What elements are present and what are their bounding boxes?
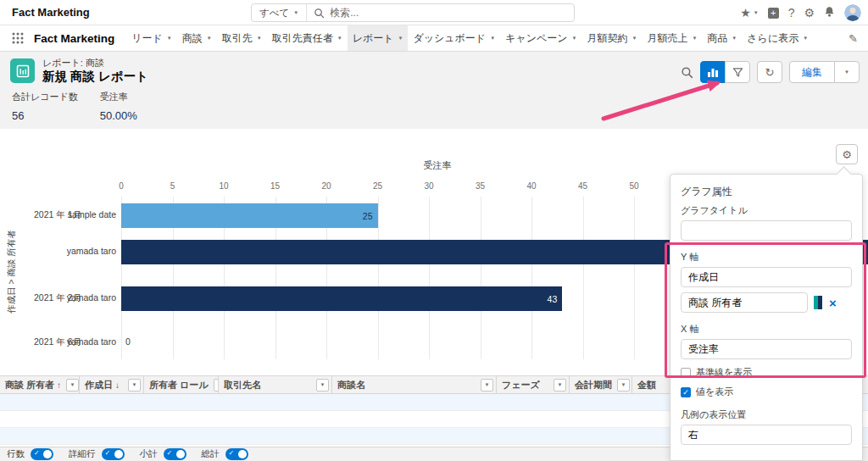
nav-tab[interactable]: 商品▼ (702, 25, 742, 51)
help-icon[interactable]: ? (788, 7, 795, 19)
nav-tab[interactable]: ダッシュボード▼ (408, 25, 500, 51)
toggle-knob (176, 450, 185, 458)
x-axis-tick-label: 15 (263, 181, 288, 191)
edit-button[interactable]: 編集 (789, 61, 835, 83)
chart-y-axis-label: 作成日 > 商談 所有者 (6, 208, 17, 336)
chevron-down-icon: ▼ (398, 36, 403, 41)
toggle-label: 行数 (7, 448, 25, 460)
report-type-icon (10, 58, 35, 83)
chart-title-field-label: グラフタイトル (681, 204, 852, 217)
report-search-icon[interactable] (681, 66, 693, 79)
chevron-down-icon: ▼ (844, 69, 849, 75)
toggle-switch[interactable]: ✓ (31, 448, 53, 460)
tab-label: 取引先責任者 (272, 31, 333, 46)
column-menu-button[interactable]: ▼ (66, 379, 79, 392)
toggle-switch[interactable]: ✓ (102, 448, 125, 460)
nav-tab[interactable]: レポート▼ (348, 25, 409, 51)
reference-line-checkbox[interactable] (681, 368, 691, 378)
favorites-button[interactable]: ★ ▼ (740, 7, 759, 19)
column-header[interactable]: 会計期間▼ (570, 376, 632, 393)
column-header[interactable]: 所有者 ロール▼ (144, 376, 219, 393)
legend-position-input[interactable] (681, 425, 852, 445)
tab-label: キャンペーン (505, 31, 567, 46)
tab-label: さらに表示 (747, 31, 798, 46)
app-launcher-icon[interactable] (12, 32, 24, 44)
funnel-icon (732, 67, 743, 78)
search-input[interactable] (328, 6, 574, 19)
tab-label: 取引先 (222, 31, 253, 46)
nav-tab[interactable]: 商談▼ (177, 25, 217, 51)
nav-tab[interactable]: リード▼ (126, 25, 177, 51)
bar-owner-label: sample date (0, 209, 116, 219)
column-menu-button[interactable]: ▼ (316, 379, 329, 392)
column-label: フェーズ (502, 379, 540, 392)
remove-grouping-icon[interactable]: × (829, 297, 837, 309)
tab-label: ダッシュボード (413, 31, 486, 46)
show-values-checkbox[interactable]: ✓ (681, 387, 691, 397)
series-color-swatch[interactable] (814, 296, 822, 309)
nav-tab[interactable]: 月額契約▼ (581, 25, 642, 51)
nav-tab[interactable]: 月額売上▼ (642, 25, 702, 51)
chart-properties-gear-button[interactable]: ⚙ (836, 144, 858, 164)
x-axis-tick-label: 50 (621, 181, 647, 191)
chevron-down-icon: ▼ (632, 36, 637, 41)
metric-win-rate: 受注率 50.00% (100, 91, 137, 122)
column-menu-button[interactable]: ▼ (481, 379, 493, 392)
show-values-option: ✓ 値を表示 (681, 386, 852, 398)
check-icon: ✓ (682, 388, 689, 397)
x-axis-tick-label: 0 (108, 181, 134, 191)
tab-label: リード (131, 31, 163, 46)
chevron-down-icon: ▼ (490, 36, 495, 41)
column-header[interactable]: 商談名▼ (332, 376, 497, 393)
nav-tab[interactable]: キャンペーン▼ (500, 25, 581, 51)
chart-bars-icon (707, 67, 719, 78)
edit-dropdown-button[interactable]: ▼ (834, 61, 860, 83)
tab-label: 月額契約 (587, 31, 627, 46)
x-axis-section-label: X 軸 (681, 323, 852, 336)
nav-tab[interactable]: さらに表示▼ (742, 25, 813, 51)
column-menu-button[interactable]: ▼ (554, 379, 566, 392)
chevron-down-icon: ▼ (754, 10, 759, 15)
chart-toggle-button[interactable] (700, 61, 726, 83)
column-label: 商談名 (337, 379, 365, 392)
bar-owner-label: yamada taro (0, 292, 116, 303)
chart-gridline (531, 197, 532, 359)
star-icon: ★ (740, 7, 751, 19)
edit-nav-pencil-icon[interactable]: ✎ (849, 32, 858, 45)
refresh-button[interactable]: ↻ (757, 61, 782, 83)
x-axis-field-input[interactable] (681, 339, 852, 359)
chart-bar[interactable]: 25 (121, 203, 378, 228)
notifications-bell-icon[interactable] (824, 6, 835, 19)
chart-filter-button-group (700, 61, 750, 83)
footer-toggles: 行数✓詳細行✓小計✓総計✓ (7, 448, 264, 460)
metric-label: 受注率 (100, 91, 137, 103)
app-name: Fact Marketing (34, 32, 114, 45)
column-header[interactable]: 取引先名▼ (219, 376, 332, 393)
filter-button[interactable] (725, 61, 750, 83)
column-header[interactable]: 商談 所有者↑▼ (0, 376, 80, 393)
chart-title-input[interactable] (681, 220, 852, 241)
column-label: 作成日 (85, 379, 113, 392)
avatar[interactable] (844, 4, 861, 21)
show-values-label: 値を表示 (696, 386, 733, 398)
column-label: 商談 所有者 (5, 379, 54, 392)
column-menu-button[interactable]: ▼ (617, 379, 630, 392)
column-header[interactable]: 作成日↓▼ (80, 376, 144, 393)
column-header[interactable]: フェーズ▼ (497, 376, 570, 393)
toggle-switch[interactable]: ✓ (225, 448, 248, 460)
x-axis-tick-label: 25 (365, 181, 391, 191)
check-icon: ✓ (167, 449, 173, 457)
y-axis-field-input[interactable] (681, 267, 852, 287)
setup-gear-icon[interactable]: ⚙ (804, 7, 815, 19)
nav-tab[interactable]: 取引先▼ (217, 25, 267, 51)
search-scope-selector[interactable]: すべて ▼ (252, 4, 307, 21)
chevron-down-icon: ▼ (337, 36, 342, 41)
y-axis-grouping-input[interactable] (681, 292, 808, 313)
tab-label: 商談 (182, 31, 203, 46)
chart-bar[interactable]: 43 (121, 286, 562, 311)
column-menu-button[interactable]: ▼ (128, 379, 141, 392)
global-add-icon[interactable]: + (768, 8, 779, 19)
nav-tab[interactable]: 取引先責任者▼ (267, 25, 348, 51)
gear-icon: ⚙ (842, 148, 852, 161)
toggle-switch[interactable]: ✓ (164, 448, 186, 460)
